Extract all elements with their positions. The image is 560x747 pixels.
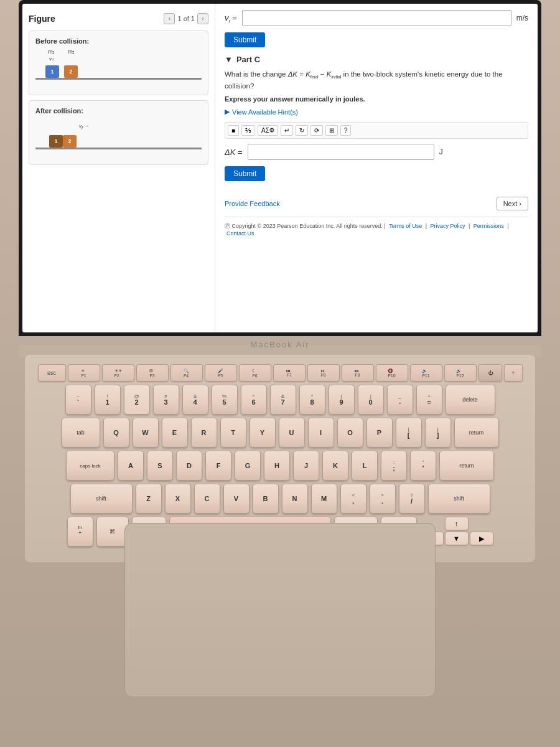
key-l[interactable]: L <box>352 451 378 481</box>
return-key[interactable]: return <box>439 451 494 481</box>
key-2[interactable]: @ 2 <box>124 385 150 415</box>
next-button[interactable]: Next › <box>497 197 528 210</box>
toolbar-grid-btn[interactable]: ⊞ <box>325 125 338 136</box>
toolbar-refresh-btn[interactable]: ⟳ <box>310 125 323 136</box>
key-d[interactable]: D <box>176 451 202 481</box>
delta-k-input[interactable] <box>248 144 434 160</box>
delete-key[interactable]: delete <box>446 385 495 415</box>
v1-label: v₁ <box>49 56 54 62</box>
key-8[interactable]: * 8 <box>299 385 325 415</box>
key-s[interactable]: S <box>147 451 173 481</box>
right-shift-key[interactable]: shift <box>428 484 490 514</box>
copyright-bar: Ⓟ Copyright © 2023 Pearson Education Inc… <box>225 217 528 237</box>
f2-key[interactable]: ☀☀F2 <box>102 364 134 382</box>
key-semicolon[interactable]: : ; <box>381 451 407 481</box>
prev-button[interactable]: ‹ <box>164 13 175 24</box>
key-g[interactable]: G <box>235 451 261 481</box>
key-r[interactable]: R <box>191 418 217 448</box>
f7-key[interactable]: ⏮F7 <box>273 364 306 382</box>
key-0[interactable]: ) 0 <box>358 385 384 415</box>
key-j[interactable]: J <box>293 451 319 481</box>
privacy-link[interactable]: Privacy Policy <box>430 223 465 229</box>
m1-label: m₁ <box>48 49 55 55</box>
toolbar-fraction-btn[interactable]: ⅔ <box>241 125 255 136</box>
down-arrow-key[interactable]: ▼ <box>445 532 469 545</box>
key-a[interactable]: A <box>118 451 144 481</box>
key-backtick[interactable]: ~ ` <box>65 385 91 415</box>
key-w[interactable]: W <box>133 418 159 448</box>
key-slash[interactable]: ? / <box>399 484 425 514</box>
toolbar-arrow-btn[interactable]: ↵ <box>281 125 293 136</box>
f10-key[interactable]: 🔇F10 <box>376 364 408 382</box>
key-t[interactable]: T <box>220 418 246 448</box>
left-shift-key[interactable]: shift <box>70 484 133 514</box>
f9-key[interactable]: ⏭F9 <box>342 364 374 382</box>
toolbar-help-btn[interactable]: ? <box>340 125 352 136</box>
f1-key[interactable]: ☀F1 <box>68 364 100 382</box>
key-rbracket[interactable]: } ] <box>425 418 451 448</box>
key-c[interactable]: C <box>194 484 220 514</box>
key-minus[interactable]: _ - <box>387 385 413 415</box>
key-6[interactable]: ^ 6 <box>241 385 267 415</box>
key-period[interactable]: > . <box>370 484 396 514</box>
f12-key[interactable]: 🔊F12 <box>444 364 477 382</box>
key-v[interactable]: V <box>223 484 250 514</box>
f4-key[interactable]: 🔍F4 <box>170 364 203 382</box>
key-i[interactable]: I <box>308 418 334 448</box>
toolbar-rotate-btn[interactable]: ↻ <box>296 125 308 136</box>
key-k[interactable]: K <box>322 451 348 481</box>
feedback-link[interactable]: Provide Feedback <box>225 200 280 207</box>
key-9[interactable]: ( 9 <box>329 385 355 415</box>
tab-key[interactable]: tab <box>62 418 100 448</box>
submit-button-1[interactable]: Submit <box>225 32 265 47</box>
question-key[interactable]: ? <box>504 364 523 382</box>
hint-link[interactable]: ▶ View Available Hint(s) <box>225 108 528 116</box>
key-1[interactable]: ! 1 <box>95 385 121 415</box>
caps-lock-key[interactable]: caps lock <box>66 451 114 481</box>
vf-input[interactable] <box>242 10 511 26</box>
f8-key[interactable]: ⏯F8 <box>307 364 340 382</box>
key-equals[interactable]: + = <box>416 385 442 415</box>
f5-key[interactable]: 🎤F5 <box>205 364 237 382</box>
return-key-top[interactable]: return <box>454 418 499 448</box>
toolbar-aesf-btn[interactable]: ΑΣΦ <box>258 125 278 136</box>
terms-link[interactable]: Terms of Use <box>389 223 422 229</box>
key-lbracket[interactable]: { [ <box>396 418 422 448</box>
contact-link[interactable]: Contact Us <box>226 230 254 237</box>
up-arrow-key[interactable]: ↑ <box>445 517 469 530</box>
key-5[interactable]: % 5 <box>212 385 238 415</box>
key-y[interactable]: Y <box>250 418 276 448</box>
key-x[interactable]: X <box>165 484 191 514</box>
key-quote[interactable]: " ' <box>410 451 436 481</box>
key-m[interactable]: M <box>311 484 337 514</box>
key-f[interactable]: F <box>205 451 231 481</box>
f6-key[interactable]: ☾F6 <box>239 364 271 382</box>
f3-key[interactable]: ⊞F3 <box>136 364 169 382</box>
left-cmd-key[interactable]: ⌘ <box>96 517 129 547</box>
next-figure-button[interactable]: › <box>197 13 208 24</box>
key-p[interactable]: P <box>366 418 393 448</box>
key-4[interactable]: $ 4 <box>182 385 208 415</box>
key-e[interactable]: E <box>162 418 188 448</box>
submit-button-2[interactable]: Submit <box>225 166 265 181</box>
key-b[interactable]: B <box>253 484 279 514</box>
key-3[interactable]: # 3 <box>153 385 179 415</box>
key-h[interactable]: H <box>264 451 290 481</box>
key-n[interactable]: N <box>282 484 308 514</box>
key-q[interactable]: Q <box>103 418 129 448</box>
touchid-key[interactable]: ⏻ <box>478 364 502 382</box>
toolbar-image-btn[interactable]: ■ <box>228 125 239 136</box>
macbook-label: MacBook Air <box>251 340 310 349</box>
key-o[interactable]: O <box>337 418 363 448</box>
f11-key[interactable]: 🔉F11 <box>410 364 442 382</box>
fn-key-bottom[interactable]: fn⌃ <box>67 517 93 547</box>
esc-key[interactable]: esc <box>38 364 66 382</box>
vf-equation-label: vf = <box>225 13 237 24</box>
trackpad[interactable] <box>124 523 436 697</box>
key-7[interactable]: & 7 <box>270 385 296 415</box>
key-z[interactable]: Z <box>136 484 162 514</box>
key-comma[interactable]: < , <box>340 484 366 514</box>
permissions-link[interactable]: Permissions <box>474 223 504 229</box>
key-u[interactable]: U <box>279 418 305 448</box>
right-arrow-key[interactable]: ▶ <box>470 532 493 545</box>
